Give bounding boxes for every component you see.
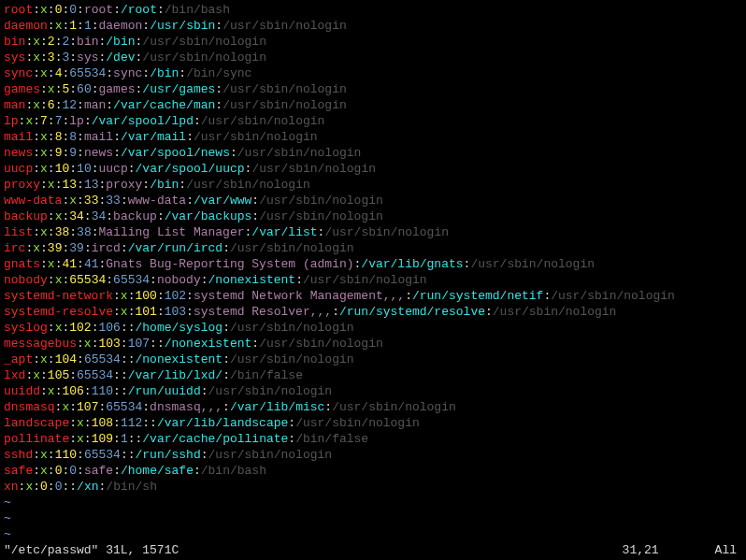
passwd-line: daemon:x:1:1:daemon:/usr/sbin:/usr/sbin/… — [4, 18, 742, 34]
passwd-line: uuidd:x:106:110::/run/uuidd:/usr/sbin/no… — [4, 383, 742, 399]
passwd-line: lp:x:7:7:lp:/var/spool/lpd:/usr/sbin/nol… — [4, 113, 742, 129]
status-position: 31,21 — [623, 542, 715, 558]
passwd-line: lxd:x:105:65534::/var/lib/lxd/:/bin/fals… — [4, 367, 742, 383]
passwd-line: landscape:x:108:112::/var/lib/landscape:… — [4, 415, 742, 431]
passwd-line: uucp:x:10:10:uucp:/var/spool/uucp:/usr/s… — [4, 161, 742, 177]
vim-tilde: ~ — [4, 510, 742, 526]
passwd-line: sync:x:4:65534:sync:/bin:/bin/sync — [4, 65, 742, 81]
passwd-line: gnats:x:41:41:Gnats Bug-Reporting System… — [4, 256, 742, 272]
passwd-line: man:x:6:12:man:/var/cache/man:/usr/sbin/… — [4, 97, 742, 113]
passwd-line: safe:x:0:0:safe:/home/safe:/bin/bash — [4, 463, 742, 479]
passwd-line: nobody:x:65534:65534:nobody:/nonexistent… — [4, 272, 742, 288]
passwd-line: backup:x:34:34:backup:/var/backups:/usr/… — [4, 208, 742, 224]
passwd-line: www-data:x:33:33:www-data:/var/www:/usr/… — [4, 193, 742, 208]
passwd-line: news:x:9:9:news:/var/spool/news:/usr/sbi… — [4, 145, 742, 161]
status-scroll: All — [715, 542, 742, 558]
passwd-line: sshd:x:110:65534::/run/sshd:/usr/sbin/no… — [4, 447, 742, 463]
passwd-line: irc:x:39:39:ircd:/var/run/ircd:/usr/sbin… — [4, 240, 742, 256]
vim-tilde: ~ — [4, 526, 742, 542]
passwd-line: mail:x:8:8:mail:/var/mail:/usr/sbin/nolo… — [4, 129, 742, 145]
passwd-line: pollinate:x:109:1::/var/cache/pollinate:… — [4, 431, 742, 447]
vim-status-bar: "/etc/passwd" 31L, 1571C 31,21 All — [0, 542, 746, 560]
passwd-line: xn:x:0:0::/xn:/bin/sh — [4, 479, 742, 495]
passwd-line: bin:x:2:2:bin:/bin:/usr/sbin/nologin — [4, 34, 742, 50]
passwd-line: systemd-resolve:x:101:103:systemd Resolv… — [4, 304, 742, 320]
passwd-line: sys:x:3:3:sys:/dev:/usr/sbin/nologin — [4, 50, 742, 65]
passwd-line: messagebus:x:103:107::/nonexistent:/usr/… — [4, 336, 742, 352]
passwd-line: list:x:38:38:Mailing List Manager:/var/l… — [4, 224, 742, 240]
passwd-line: proxy:x:13:13:proxy:/bin:/usr/sbin/nolog… — [4, 177, 742, 193]
vim-tilde: ~ — [4, 495, 742, 510]
status-filename: "/etc/passwd" 31L, 1571C — [4, 542, 179, 558]
passwd-line: root:x:0:0:root:/root:/bin/bash — [4, 2, 742, 18]
passwd-line: systemd-network:x:100:102:systemd Networ… — [4, 288, 742, 304]
passwd-line: dnsmasq:x:107:65534:dnsmasq,,,:/var/lib/… — [4, 399, 742, 415]
passwd-line: _apt:x:104:65534::/nonexistent:/usr/sbin… — [4, 352, 742, 367]
passwd-line: syslog:x:102:106::/home/syslog:/usr/sbin… — [4, 320, 742, 336]
terminal-content[interactable]: root:x:0:0:root:/root:/bin/bashdaemon:x:… — [0, 0, 746, 542]
passwd-line: games:x:5:60:games:/usr/games:/usr/sbin/… — [4, 81, 742, 97]
